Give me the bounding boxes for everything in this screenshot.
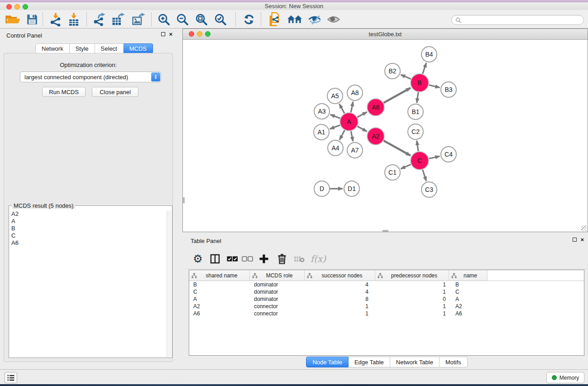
graph-edge-A-A2[interactable] bbox=[357, 126, 367, 131]
create-column-button[interactable] bbox=[257, 252, 271, 266]
table-cell[interactable]: 4 bbox=[305, 289, 375, 295]
float-panel-icon[interactable] bbox=[161, 32, 165, 36]
select-all-columns-button[interactable] bbox=[225, 252, 239, 266]
graph-edge-A-A3[interactable] bbox=[330, 114, 340, 118]
table-cell[interactable]: A bbox=[189, 296, 250, 302]
mcds-result-item[interactable]: A2 bbox=[10, 210, 166, 218]
save-session-button[interactable] bbox=[24, 12, 40, 27]
close-panel-button[interactable]: Close panel bbox=[92, 87, 139, 97]
graph-edge-A-A5[interactable] bbox=[339, 104, 344, 114]
graph-edge-C-C3[interactable] bbox=[423, 170, 426, 181]
unselect-all-columns-button[interactable] bbox=[241, 252, 254, 266]
column-header[interactable]: MCDS role bbox=[250, 270, 305, 281]
table-row[interactable]: A2connector11A2 bbox=[189, 303, 584, 310]
zoom-in-button[interactable] bbox=[156, 12, 172, 27]
vertical-scroll-thumb[interactable] bbox=[183, 197, 185, 203]
table-cell[interactable]: 4 bbox=[305, 281, 375, 288]
graph-edge-B-B1[interactable] bbox=[417, 92, 418, 103]
task-history-button[interactable] bbox=[5, 372, 17, 383]
table-cell[interactable]: B bbox=[449, 281, 488, 288]
mcds-result-item[interactable]: A bbox=[10, 218, 166, 225]
graph-edge-A2-C[interactable] bbox=[383, 141, 410, 156]
graph-edge-C-C4[interactable] bbox=[429, 156, 440, 158]
open-session-button[interactable] bbox=[4, 12, 23, 27]
search-input[interactable] bbox=[464, 16, 579, 24]
resize-grip[interactable] bbox=[581, 225, 587, 231]
network-canvas[interactable]: B4B2BB3A5A8A6A3B1AA1C2A2A4A7CC4C1C3DD1 bbox=[183, 40, 588, 232]
graph-edge-C-C2[interactable] bbox=[417, 141, 418, 151]
import-table-button[interactable] bbox=[65, 12, 82, 27]
memory-button[interactable]: Memory bbox=[546, 372, 584, 383]
network-window-titlebar[interactable]: testGlobe.txt bbox=[183, 29, 588, 40]
graph-edge-A6-B[interactable] bbox=[383, 88, 410, 103]
zoom-selected-button[interactable] bbox=[212, 12, 229, 27]
table-cell[interactable]: A6 bbox=[189, 310, 250, 317]
mcds-result-item[interactable]: A6 bbox=[10, 239, 166, 247]
show-hidden-button[interactable] bbox=[325, 12, 342, 27]
table-cell[interactable]: connector bbox=[250, 303, 305, 310]
column-header[interactable]: successor nodes bbox=[305, 270, 375, 281]
tab-edge-table[interactable]: Edge Table bbox=[349, 357, 390, 367]
tab-select[interactable]: Select bbox=[95, 43, 124, 53]
tab-network-table[interactable]: Network Table bbox=[390, 357, 440, 367]
table-cell[interactable]: A2 bbox=[189, 303, 250, 310]
table-cell[interactable]: 1 bbox=[375, 310, 449, 317]
home-layout-button[interactable] bbox=[285, 12, 304, 27]
column-header[interactable]: name bbox=[449, 270, 488, 281]
table-cell[interactable]: dominator bbox=[250, 281, 305, 288]
criterion-dropdown[interactable]: largest connected component (directed) ▲… bbox=[20, 71, 161, 82]
graph-edge-A-A6[interactable] bbox=[357, 112, 367, 117]
table-cell[interactable]: B bbox=[189, 281, 250, 288]
export-network-button[interactable] bbox=[91, 12, 108, 27]
tab-node-table[interactable]: Node Table bbox=[306, 357, 349, 367]
node-table[interactable]: shared nameMCDS rolesuccessor nodesprede… bbox=[189, 270, 584, 356]
clone-network-button[interactable] bbox=[266, 12, 284, 27]
tab-motifs[interactable]: Motifs bbox=[440, 357, 468, 367]
column-header[interactable]: shared name bbox=[189, 270, 250, 281]
graph-edge-B-B2[interactable] bbox=[401, 75, 411, 79]
table-cell[interactable]: A6 bbox=[449, 310, 488, 317]
network-graph[interactable]: B4B2BB3A5A8A6A3B1AA1C2A2A4A7CC4C1C3DD1 bbox=[183, 40, 588, 232]
table-row[interactable]: Cdominator41C bbox=[189, 288, 584, 295]
export-image-button[interactable] bbox=[129, 12, 148, 27]
zoom-out-button[interactable] bbox=[174, 12, 191, 27]
import-network-button[interactable] bbox=[47, 12, 64, 27]
show-columns-button[interactable] bbox=[208, 252, 222, 266]
table-cell[interactable]: dominator bbox=[250, 289, 305, 295]
fit-content-button[interactable] bbox=[193, 12, 210, 27]
table-cell[interactable]: 1 bbox=[375, 289, 449, 295]
table-cell[interactable]: A bbox=[449, 296, 488, 302]
graph-edge-A-A7[interactable] bbox=[351, 131, 353, 142]
mcds-result-item[interactable]: B bbox=[10, 225, 166, 232]
graph-edge-A-A4[interactable] bbox=[339, 130, 344, 140]
graph-edge-C-C1[interactable] bbox=[401, 164, 411, 169]
table-cell[interactable]: 1 bbox=[375, 303, 449, 310]
table-row[interactable]: Bdominator41B bbox=[189, 281, 584, 288]
table-cell[interactable]: 1 bbox=[305, 303, 375, 310]
tab-network[interactable]: Network bbox=[35, 43, 70, 53]
table-cell[interactable]: 1 bbox=[375, 281, 449, 288]
hide-selected-button[interactable] bbox=[306, 12, 323, 27]
table-cell[interactable]: 0 bbox=[375, 296, 449, 302]
close-table-panel-icon[interactable]: × bbox=[580, 238, 584, 242]
graph-edge-B-B3[interactable] bbox=[429, 85, 440, 88]
column-header[interactable]: predecessor nodes bbox=[375, 270, 449, 281]
tab-style[interactable]: Style bbox=[70, 43, 95, 53]
graph-edge-B-B4[interactable] bbox=[423, 63, 426, 74]
run-mcds-button[interactable]: Run MCDS bbox=[42, 87, 86, 97]
delete-column-button[interactable] bbox=[275, 252, 289, 266]
export-table-button[interactable] bbox=[109, 12, 128, 27]
graph-edge-A-A8[interactable] bbox=[351, 102, 353, 113]
table-cell[interactable]: C bbox=[449, 289, 488, 295]
function-builder-button[interactable]: f(x) bbox=[309, 252, 328, 266]
table-settings-button[interactable]: ⚙ bbox=[191, 252, 205, 266]
table-cell[interactable]: 8 bbox=[305, 296, 375, 302]
table-cell[interactable]: dominator bbox=[250, 296, 305, 302]
tab-mcds[interactable]: MCDS bbox=[124, 43, 153, 53]
close-panel-icon[interactable]: × bbox=[169, 32, 172, 36]
refresh-button[interactable] bbox=[241, 12, 257, 27]
float-table-panel-icon[interactable] bbox=[573, 238, 577, 242]
table-cell[interactable]: connector bbox=[250, 310, 305, 317]
horizontal-scroll-thumb[interactable] bbox=[382, 230, 388, 232]
search-field[interactable] bbox=[451, 15, 584, 25]
